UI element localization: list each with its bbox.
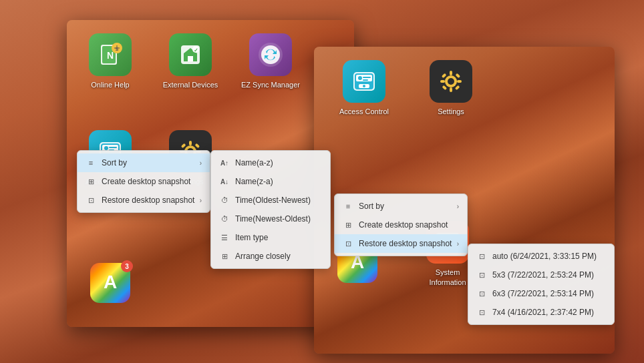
- icon-external-devices[interactable]: ✓ External Devices: [160, 33, 220, 89]
- restore-7x4[interactable]: ⊡ 7x4 (4/16/2021, 2:37:42 PM): [468, 303, 614, 322]
- sort-time-oldest[interactable]: ⏱ Time(Oldest-Newest): [211, 191, 330, 210]
- win1-menu-sort-by[interactable]: ≡ Sort by ›: [77, 153, 210, 172]
- icon-system-info-label: System Information: [421, 268, 474, 287]
- sync-icon: [256, 40, 285, 69]
- win2-sort-icon: ≡: [343, 201, 353, 212]
- sort-time-newest[interactable]: ⏱ Time(Newest-Oldest): [211, 210, 330, 228]
- ext-dev-icon: ✓: [176, 40, 205, 69]
- win2-sort-label: Sort by: [359, 202, 384, 211]
- sort-arrange-icon: ⊞: [219, 251, 230, 262]
- svg-rect-43: [450, 87, 452, 92]
- icon-ez-sync-label: EZ Sync Manager: [241, 80, 300, 89]
- icon-ez-sync-img: [249, 33, 292, 76]
- win2-sort-arrow: ›: [457, 203, 459, 210]
- win1-restore-snapshot-label: Restore desktop snapshot: [102, 196, 194, 205]
- sort-newest-icon: ⏱: [219, 214, 230, 224]
- restore-6x3[interactable]: ⊡ 6x3 (7/22/2021, 2:53:14 PM): [468, 284, 614, 303]
- icon-access-control-label-win2: Access Control: [339, 107, 389, 116]
- win1-create-snapshot-label: Create desktop snapshot: [102, 177, 190, 186]
- icon-settings-label-win2: Settings: [438, 107, 464, 116]
- icon-external-devices-label: External Devices: [163, 80, 218, 89]
- restore-auto-icon: ⊡: [476, 251, 487, 262]
- icon-online-help-label: Online Help: [91, 80, 129, 89]
- svg-rect-49: [455, 85, 460, 90]
- svg-rect-47: [455, 73, 460, 78]
- sort-type-icon: ☰: [219, 232, 230, 243]
- svg-text:A: A: [104, 272, 117, 292]
- svg-rect-23: [189, 141, 192, 145]
- win1-icon-row1: N S Online Help: [80, 33, 301, 89]
- restore-5x3-icon: ⊡: [476, 270, 487, 280]
- svg-rect-44: [440, 80, 445, 83]
- restore-snapshot-icon: ⊡: [86, 195, 96, 206]
- sort-arrange[interactable]: ⊞ Arrange closely: [211, 247, 330, 266]
- win2-restore-snapshot-icon: ⊡: [343, 238, 353, 249]
- icon-arctype-win1[interactable]: A 3: [87, 263, 134, 307]
- svg-text:✓: ✓: [194, 47, 198, 53]
- svg-point-39: [363, 85, 365, 87]
- sort-az-label: Name(a-z): [235, 158, 273, 167]
- sort-az-icon: A↑: [219, 157, 230, 168]
- icon-settings-img2: [430, 60, 472, 103]
- book-icon: N S: [97, 41, 124, 68]
- icon-external-devices-img: ✓: [169, 33, 212, 76]
- sort-name-az[interactable]: A↑ Name(a-z): [211, 153, 330, 172]
- sort-icon: ≡: [86, 157, 96, 168]
- win2-menu-restore-snapshot[interactable]: ⊡ Restore desktop snapshot ›: [335, 234, 467, 253]
- svg-rect-37: [363, 79, 368, 81]
- win2-create-snapshot-label: Create desktop snapshot: [359, 220, 448, 230]
- win2-menu-sort-by[interactable]: ≡ Sort by ›: [335, 197, 467, 216]
- icon-ez-sync[interactable]: EZ Sync Manager: [240, 33, 301, 89]
- win2-restore-snapshot-label: Restore desktop snapshot: [359, 239, 452, 248]
- icon-access-control-img2: [343, 60, 385, 103]
- win1-sort-label: Sort by: [102, 158, 127, 167]
- restore-arrow: ›: [200, 197, 202, 204]
- win1-context-menu: ≡ Sort by › ⊞ Create desktop snapshot ⊡ …: [77, 150, 210, 213]
- win2-restore-arrow: ›: [457, 240, 459, 248]
- svg-rect-36: [363, 77, 371, 78]
- svg-rect-17: [109, 147, 117, 148]
- sort-newest-label: Time(Newest-Oldest): [235, 214, 311, 224]
- restore-7x4-label: 7x4 (4/16/2021, 2:37:42 PM): [492, 308, 594, 317]
- svg-rect-48: [442, 85, 447, 90]
- sort-type-label: Item type: [235, 233, 268, 242]
- sort-arrange-label: Arrange closely: [235, 252, 291, 261]
- screenshot-container: N S Online Help: [0, 0, 644, 363]
- svg-rect-42: [450, 71, 452, 75]
- restore-auto-label: auto (6/24/2021, 3:33:15 PM): [492, 252, 597, 261]
- arctype-icon: A: [96, 268, 125, 298]
- sort-name-za[interactable]: A↓ Name(z-a): [211, 172, 330, 191]
- icon-arctype-img: A 3: [90, 263, 130, 303]
- window2: Access Control: [314, 47, 615, 354]
- icon-online-help[interactable]: N S Online Help: [80, 33, 140, 89]
- restore-5x3[interactable]: ⊡ 5x3 (7/22/2021, 2:53:24 PM): [468, 266, 614, 284]
- sort-oldest-label: Time(Oldest-Newest): [235, 196, 311, 205]
- sort-za-label: Name(z-a): [235, 177, 273, 186]
- icon-settings-win2[interactable]: Settings: [421, 60, 481, 116]
- access-ctrl-icon2: [349, 67, 379, 96]
- win2-create-snapshot-icon: ⊞: [343, 220, 353, 230]
- sort-oldest-icon: ⏱: [219, 195, 230, 206]
- svg-rect-45: [457, 80, 462, 83]
- window1: N S Online Help: [67, 20, 354, 327]
- restore-auto[interactable]: ⊡ auto (6/24/2021, 3:33:15 PM): [468, 247, 614, 266]
- win1-menu-create-snapshot[interactable]: ⊞ Create desktop snapshot: [77, 172, 210, 191]
- svg-rect-8: [188, 56, 193, 61]
- win2-restore-submenu: ⊡ auto (6/24/2021, 3:33:15 PM) ⊡ 5x3 (7/…: [468, 244, 615, 325]
- win1-sort-submenu: A↑ Name(a-z) A↓ Name(z-a) ⏱ Time(Oldest-…: [210, 150, 331, 269]
- sort-arrow: ›: [200, 159, 202, 167]
- svg-point-41: [448, 78, 454, 85]
- svg-point-12: [261, 45, 280, 64]
- svg-point-35: [358, 76, 362, 80]
- win2-menu-create-snapshot[interactable]: ⊞ Create desktop snapshot: [335, 216, 467, 234]
- settings-icon2: [436, 67, 466, 96]
- restore-5x3-label: 5x3 (7/22/2021, 2:53:24 PM): [492, 270, 594, 280]
- icon-access-control-win2[interactable]: Access Control: [334, 60, 394, 116]
- svg-rect-46: [442, 73, 447, 78]
- svg-rect-27: [181, 143, 186, 148]
- win1-menu-restore-snapshot[interactable]: ⊡ Restore desktop snapshot ›: [77, 191, 210, 210]
- svg-text:N: N: [107, 50, 114, 61]
- win2-context-menu: ≡ Sort by › ⊞ Create desktop snapshot ⊡ …: [334, 194, 468, 256]
- restore-6x3-icon: ⊡: [476, 288, 487, 299]
- sort-item-type[interactable]: ☰ Item type: [211, 228, 330, 247]
